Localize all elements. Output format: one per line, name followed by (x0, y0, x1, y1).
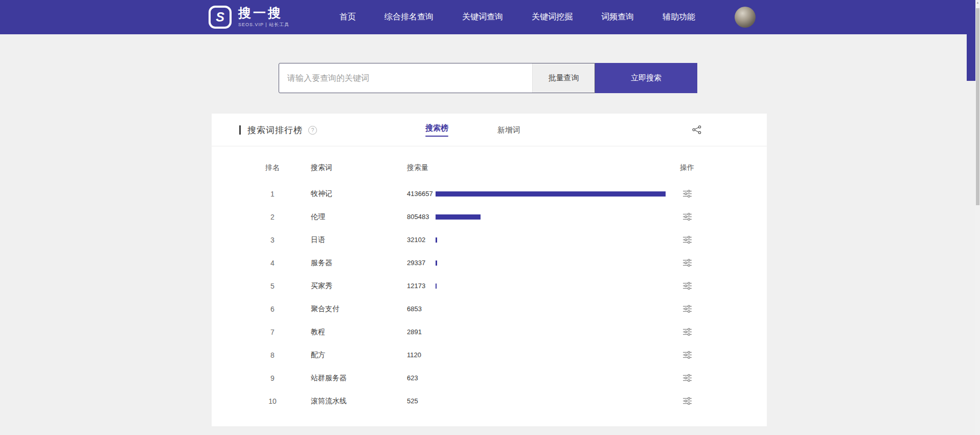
cell-rank: 9 (259, 374, 286, 382)
table-header-row: 排名 搜索词 搜索量 操作 (259, 158, 767, 178)
table-body: 1牧神记41366572伦理8054833日语321024服务器293375买家… (259, 182, 767, 412)
cell-action (677, 396, 697, 406)
nav-item-2[interactable]: 关键词查询 (462, 12, 503, 23)
cell-keyword: 站群服务器 (286, 374, 407, 383)
cell-action (677, 188, 697, 199)
ranking-table: 排名 搜索词 搜索量 操作 1牧神记41366572伦理8054833日语321… (212, 146, 767, 412)
table-row: 5买家秀12173 (259, 274, 767, 297)
keyword-search-input[interactable] (279, 63, 532, 93)
row-action-button[interactable] (681, 280, 693, 291)
navbar: S 搜一搜 SEOS.VIP | 站长工具 首页综合排名查询关键词查询关键词挖掘… (0, 0, 980, 34)
volume-value: 1120 (407, 351, 436, 359)
brand-logo[interactable]: S 搜一搜 SEOS.VIP | 站长工具 (209, 5, 289, 29)
row-action-button[interactable] (681, 327, 693, 337)
search-now-button[interactable]: 立即搜索 (595, 63, 697, 93)
user-avatar[interactable] (735, 7, 756, 28)
sliders-icon (683, 236, 692, 244)
cell-rank: 2 (259, 213, 286, 221)
cell-volume: 6853 (407, 305, 677, 313)
cell-keyword: 配方 (286, 351, 407, 360)
cell-rank: 7 (259, 328, 286, 336)
tab-1[interactable]: 新增词 (497, 125, 520, 135)
sliders-icon (683, 259, 692, 267)
row-action-button[interactable] (681, 373, 693, 383)
volume-bar (436, 284, 437, 289)
cell-keyword: 伦理 (286, 212, 407, 222)
volume-value: 2891 (407, 328, 436, 336)
card-title-wrap: 搜索词排行榜 ? (239, 114, 317, 146)
header-volume: 搜索量 (407, 163, 677, 172)
volume-bar (436, 214, 481, 220)
table-row: 8配方1120 (259, 343, 767, 366)
cell-volume: 32102 (407, 236, 677, 244)
cell-volume: 12173 (407, 282, 677, 290)
cell-action (677, 257, 697, 268)
volume-value: 29337 (407, 259, 436, 267)
volume-value: 525 (407, 397, 436, 405)
table-row: 10滚筒流水线525 (259, 389, 767, 412)
table-row: 1牧神记4136657 (259, 182, 767, 205)
cell-keyword: 教程 (286, 328, 407, 337)
table-row: 7教程2891 (259, 320, 767, 343)
cell-rank: 1 (259, 190, 286, 198)
share-button[interactable] (692, 125, 701, 134)
cell-action (677, 280, 697, 291)
window-scrollbar-thumb[interactable] (976, 8, 979, 205)
cell-rank: 8 (259, 351, 286, 359)
cell-action (677, 327, 697, 337)
volume-value: 32102 (407, 236, 436, 244)
cell-volume: 805483 (407, 213, 677, 221)
header-rank: 排名 (259, 163, 286, 172)
window-scrollbar[interactable]: ▲ (975, 0, 980, 435)
cell-action (677, 303, 697, 314)
table-row: 4服务器29337 (259, 251, 767, 274)
row-action-button[interactable] (681, 350, 693, 360)
brand-name: 搜一搜 (238, 6, 289, 20)
row-action-button[interactable] (681, 234, 693, 245)
page-scrollbar-thumb[interactable] (967, 34, 975, 81)
nav-item-1[interactable]: 综合排名查询 (384, 12, 434, 23)
nav-menu: 首页综合排名查询关键词查询关键词挖掘词频查询辅助功能 (339, 0, 695, 34)
keyword-search-bar: 批量查询 立即搜索 (279, 63, 697, 93)
table-row: 6聚合支付6853 (259, 297, 767, 320)
table-row: 2伦理805483 (259, 205, 767, 228)
row-action-button[interactable] (681, 211, 693, 222)
cell-volume: 525 (407, 397, 677, 405)
batch-query-button[interactable]: 批量查询 (532, 63, 595, 93)
volume-bar (436, 191, 666, 197)
nav-item-3[interactable]: 关键词挖掘 (532, 12, 573, 23)
cell-keyword: 日语 (286, 235, 407, 245)
cell-rank: 3 (259, 236, 286, 244)
card-title: 搜索词排行榜 (247, 124, 303, 136)
row-action-button[interactable] (681, 188, 693, 199)
brand-text: 搜一搜 SEOS.VIP | 站长工具 (238, 6, 289, 28)
row-action-button[interactable] (681, 396, 693, 406)
table-row: 3日语32102 (259, 228, 767, 251)
cell-volume: 1120 (407, 351, 677, 359)
cell-volume: 4136657 (407, 190, 677, 198)
table-row: 9站群服务器623 (259, 366, 767, 389)
nav-item-0[interactable]: 首页 (339, 12, 356, 23)
scroll-up-arrow-icon[interactable]: ▲ (975, 1, 980, 4)
cell-volume: 29337 (407, 259, 677, 267)
sliders-icon (683, 351, 692, 359)
title-accent-bar (239, 125, 241, 135)
cell-keyword: 服务器 (286, 258, 407, 268)
volume-bar (436, 237, 437, 243)
logo-s-icon: S (209, 6, 232, 29)
volume-value: 623 (407, 374, 436, 382)
cell-rank: 5 (259, 282, 286, 290)
tab-0[interactable]: 搜索榜 (425, 123, 448, 137)
cell-rank: 6 (259, 305, 286, 313)
sliders-icon (683, 282, 692, 290)
row-action-button[interactable] (681, 303, 693, 314)
search-box: 批量查询 (279, 63, 595, 93)
help-icon[interactable]: ? (308, 126, 317, 135)
share-icon (692, 125, 701, 134)
row-action-button[interactable] (681, 257, 693, 268)
sliders-icon (683, 213, 692, 221)
cell-action (677, 211, 697, 222)
nav-item-4[interactable]: 词频查询 (601, 12, 634, 23)
nav-item-5[interactable]: 辅助功能 (663, 12, 695, 23)
sliders-icon (683, 305, 692, 313)
